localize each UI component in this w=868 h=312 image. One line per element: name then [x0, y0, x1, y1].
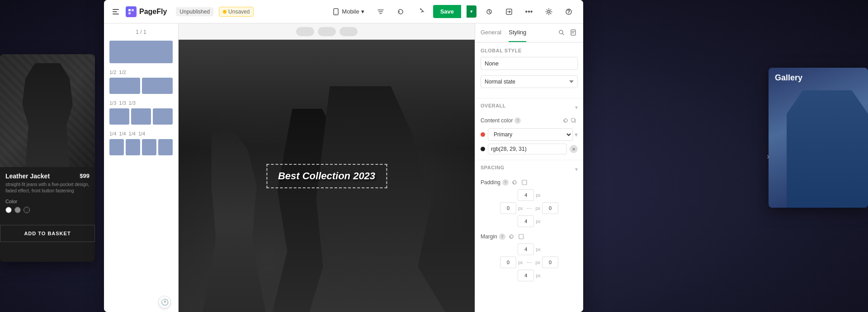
info-icon: ?: [514, 117, 521, 124]
svg-rect-3: [128, 9, 131, 11]
padding-left-input[interactable]: [500, 202, 516, 214]
swatch-white[interactable]: [5, 207, 12, 213]
margin-left-input[interactable]: [500, 256, 516, 268]
svg-point-7: [336, 13, 337, 14]
editor-window: PageFly Unpublished Unsaved Mobile ▾: [104, 0, 583, 312]
padding-right-px: px: [536, 206, 541, 211]
global-style-label: Global Style: [481, 48, 578, 53]
margin-section: Margin ?: [481, 233, 578, 281]
layout-frac-2: 1/2: [119, 70, 126, 75]
logo-icon: [126, 6, 137, 17]
copy-icon[interactable]: [570, 116, 578, 125]
reset-icon[interactable]: [561, 116, 570, 125]
padding-top-row: px: [518, 189, 541, 201]
right-panel-body: Global Style None Normal state OVERALL ▾: [475, 42, 583, 312]
svg-point-10: [548, 10, 550, 13]
preview-btn[interactable]: [482, 5, 496, 19]
padding-reset-icon[interactable]: [510, 178, 519, 186]
swatch-gray[interactable]: [14, 207, 21, 213]
svg-rect-15: [571, 118, 575, 121]
document-icon[interactable]: [570, 29, 578, 37]
tab-styling[interactable]: Styling: [509, 23, 526, 42]
svg-point-12: [559, 30, 563, 34]
layout-half[interactable]: 1/2 1/2: [109, 70, 173, 94]
svg-rect-1: [113, 11, 117, 12]
margin-link-icon[interactable]: [517, 233, 525, 241]
primary-color-select[interactable]: Primary: [488, 128, 573, 141]
add-to-basket-button[interactable]: ADD TO BASKET: [0, 225, 95, 242]
product-price: $99: [80, 172, 90, 179]
product-image: [0, 54, 95, 167]
layout-third-preview: [109, 108, 173, 125]
layout-full[interactable]: [109, 41, 173, 63]
margin-left-px: px: [518, 260, 523, 265]
toolbar-pill-1: [296, 27, 314, 36]
layout-block-q1: [109, 139, 124, 155]
filter-icon-btn[interactable]: [373, 5, 388, 19]
margin-right-input[interactable]: [542, 256, 558, 268]
padding-bottom-input[interactable]: [518, 215, 534, 227]
global-style-row: None: [481, 57, 578, 70]
hero-text-box[interactable]: Best Collection 2023: [266, 164, 387, 188]
canvas-toolbar: [179, 23, 475, 40]
product-description: straight-fit jeans with a five-pocket de…: [5, 182, 90, 194]
share-btn[interactable]: [502, 5, 516, 19]
margin-middle-row: px — px: [500, 256, 558, 268]
search-icon[interactable]: [558, 29, 566, 37]
clear-color-btn[interactable]: ✕: [570, 145, 578, 153]
device-label: Mobile: [342, 8, 359, 15]
layout-quarter[interactable]: 1/4 1/4 1/4 1/4: [109, 131, 173, 155]
layout-full-preview: [109, 41, 173, 63]
layout-third[interactable]: 1/3 1/3 1/3: [109, 100, 173, 125]
divider-2: [475, 160, 583, 160]
product-silhouette: [16, 63, 79, 167]
device-chevron: ▾: [361, 8, 364, 15]
padding-label: Padding: [481, 179, 500, 186]
rgb-input[interactable]: rgb(28, 29, 31): [488, 144, 567, 154]
margin-bottom-px: px: [536, 273, 541, 278]
margin-info-icon: ?: [499, 233, 505, 240]
layout-block-t2: [131, 108, 151, 125]
overall-toggle[interactable]: ▾: [575, 104, 578, 111]
overall-section-header: OVERALL ▾: [481, 103, 578, 112]
device-selector[interactable]: Mobile ▾: [328, 6, 368, 18]
layout-block-t1: [109, 108, 129, 125]
product-title: Leather Jacket: [5, 172, 50, 180]
padding-top-input[interactable]: [518, 189, 534, 201]
margin-reset-icon[interactable]: [507, 233, 515, 241]
redo-btn[interactable]: [413, 5, 428, 19]
svg-rect-2: [113, 14, 119, 14]
expand-right-icon[interactable]: ›: [767, 151, 769, 161]
swatch-black[interactable]: [24, 207, 30, 213]
help-btn[interactable]: [561, 5, 576, 19]
hero-image[interactable]: Best Collection 2023: [179, 40, 475, 312]
padding-link-icon[interactable]: [520, 178, 528, 186]
more-options-btn[interactable]: •••: [522, 5, 536, 19]
product-title-row: Leather Jacket $99: [5, 172, 90, 180]
person-3: [310, 86, 445, 312]
back-icon[interactable]: [111, 7, 120, 16]
layout-block: [109, 41, 173, 63]
padding-label-row: Padding ?: [481, 178, 578, 186]
margin-top-input[interactable]: [518, 243, 534, 255]
spacing-section-header: SPACING ▾: [481, 165, 578, 174]
layout-block-1: [109, 78, 140, 94]
undo-btn[interactable]: [393, 5, 408, 19]
unsaved-dot: [223, 10, 226, 14]
layout-frac-t3: 1/3: [129, 100, 136, 106]
save-button[interactable]: Save: [433, 5, 461, 18]
save-dropdown-btn[interactable]: ▾: [467, 5, 476, 18]
settings-btn[interactable]: [542, 5, 556, 19]
clock-button[interactable]: 🕐: [158, 296, 171, 308]
padding-right-input[interactable]: [542, 202, 558, 214]
tab-general[interactable]: General: [481, 23, 501, 42]
margin-bottom-input[interactable]: [518, 270, 534, 281]
gallery-card: Gallery: [769, 68, 868, 208]
color-label: Color: [5, 199, 90, 204]
global-style-select[interactable]: None: [481, 57, 578, 70]
unsaved-label: Unsaved: [228, 9, 250, 15]
padding-bottom-px: px: [536, 219, 541, 224]
state-select[interactable]: Normal state: [481, 75, 578, 88]
spacing-toggle[interactable]: ▾: [575, 166, 578, 172]
margin-right-px: px: [536, 260, 541, 265]
